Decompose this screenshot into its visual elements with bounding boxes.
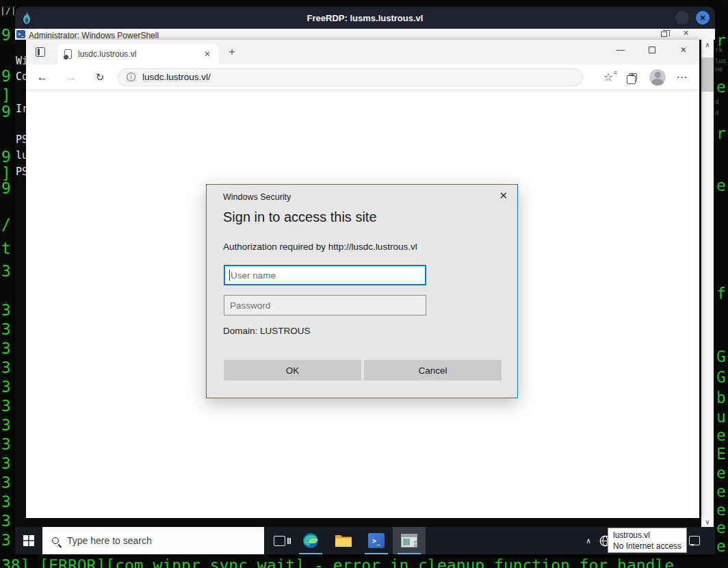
tab-title: lusdc.lustrous.vl — [78, 49, 203, 59]
back-icon[interactable]: ← — [34, 69, 51, 86]
taskbar-search-box[interactable] — [42, 527, 264, 554]
cancel-button[interactable]: Cancel — [364, 360, 502, 380]
network-tooltip: lustrous.vl No Internet access — [608, 528, 687, 553]
edge-icon — [302, 532, 320, 550]
dialog-message: Authorization required by http://lusdc.l… — [223, 242, 417, 252]
powershell-icon: >_ — [16, 30, 25, 38]
taskbar-active-underline — [365, 553, 388, 554]
tooltip-network-name: lustrous.vl — [613, 530, 681, 541]
edge-close-button[interactable]: ✕ — [668, 40, 699, 60]
text-caret — [229, 270, 230, 281]
address-bar[interactable]: i lusdc.lustrous.vl/ — [118, 68, 583, 86]
scroll-down-icon[interactable]: ∨ — [701, 518, 714, 526]
console-scrollbar[interactable]: ∧ ∨ — [701, 40, 714, 527]
windows-logo-icon — [23, 535, 34, 546]
scroll-up-icon[interactable]: ∧ — [701, 41, 714, 49]
tooltip-network-status: No Internet access — [613, 541, 681, 552]
page-error-favicon — [64, 49, 72, 59]
terminal-error-line: 38] [ERROR][com.winpr.sync.wait] - error… — [1, 556, 674, 568]
taskbar-edge-button[interactable] — [294, 527, 327, 554]
edge-maximize-button[interactable] — [636, 40, 668, 60]
username-field-wrap — [224, 265, 426, 285]
tab-actions-menu-icon[interactable] — [33, 44, 48, 60]
windows-security-dialog: Windows Security ✕ Sign in to access thi… — [206, 184, 518, 398]
freerdp-titlebar[interactable]: FreeRDP: lusms.lustrous.vl ✕ — [15, 7, 715, 29]
taskbar-file-explorer-button[interactable] — [327, 527, 360, 554]
file-explorer-icon — [335, 533, 352, 548]
scrollbar-thumb[interactable] — [701, 57, 714, 92]
freerdp-window-title: FreeRDP: lusms.lustrous.vl — [15, 13, 715, 23]
collections-icon[interactable] — [624, 68, 642, 86]
freerdp-minimize-button[interactable] — [675, 11, 689, 25]
url-text: lusdc.lustrous.vl/ — [142, 72, 211, 82]
active-window-icon — [401, 534, 417, 547]
taskbar-active-underline — [299, 553, 322, 554]
more-menu-icon[interactable]: ⋯ — [673, 68, 691, 86]
profile-avatar[interactable] — [649, 68, 666, 86]
page-content: Windows Security ✕ Sign in to access thi… — [26, 90, 699, 518]
taskbar-powershell-button[interactable]: >_ — [360, 527, 393, 554]
ok-button[interactable]: OK — [224, 360, 361, 380]
dialog-app-title: Windows Security — [223, 192, 291, 202]
username-field[interactable] — [224, 265, 426, 285]
search-icon — [52, 537, 59, 544]
notification-icon[interactable] — [686, 527, 703, 554]
tab-close-icon[interactable]: ✕ — [203, 49, 212, 59]
task-view-icon — [274, 536, 285, 546]
freerdp-window: FreeRDP: lusms.lustrous.vl ✕ >_ Administ… — [15, 7, 715, 554]
powershell-taskbar-icon: >_ — [368, 533, 385, 548]
favorites-icon[interactable]: ☆ — [599, 68, 617, 86]
password-field-wrap — [224, 295, 426, 315]
powershell-window-title: Administrator: Windows PowerShell — [29, 31, 159, 40]
dialog-title: Sign in to access this site — [223, 209, 377, 225]
tab-strip: lusdc.lustrous.vl ✕ + — ✕ — [26, 40, 699, 64]
forward-icon: → — [63, 69, 79, 86]
search-input[interactable] — [67, 535, 238, 546]
new-tab-button[interactable]: + — [229, 45, 235, 59]
site-info-icon[interactable]: i — [127, 73, 135, 81]
tray-chevron-icon[interactable]: ∧ — [582, 527, 595, 554]
remote-desktop: >_ Administrator: Windows PowerShell ✕ W… — [15, 29, 715, 554]
browser-tab[interactable]: lusdc.lustrous.vl ✕ — [57, 44, 219, 64]
start-button[interactable] — [15, 527, 42, 554]
browser-toolbar: ← → ↻ i lusdc.lustrous.vl/ ☆ ⋯ — [26, 64, 699, 90]
refresh-icon[interactable]: ↻ — [92, 69, 108, 86]
powershell-titlebar[interactable]: >_ Administrator: Windows PowerShell ✕ — [15, 29, 715, 40]
freerdp-close-button[interactable]: ✕ — [696, 11, 710, 25]
taskbar-active-window-button[interactable] — [393, 527, 426, 554]
password-field[interactable] — [224, 295, 426, 315]
domain-label: Domain: LUSTROUS — [223, 326, 311, 336]
task-view-button[interactable] — [264, 527, 294, 554]
powershell-close-icon[interactable]: ✕ — [683, 29, 689, 38]
taskbar: >_ ∧ lustrous.vl No Internet access — [15, 527, 715, 554]
restore-icon[interactable] — [661, 31, 667, 37]
dialog-close-icon[interactable]: ✕ — [499, 190, 508, 202]
edge-minimize-button[interactable]: — — [605, 40, 636, 60]
terminal-text-fragment: |/| — [0, 5, 16, 16]
console-text-column: WiCoIrPSluPS — [15, 40, 27, 527]
taskbar-active-underline — [398, 553, 421, 554]
edge-browser-window: lusdc.lustrous.vl ✕ + — ✕ ← → ↻ i lusdc.… — [26, 40, 699, 518]
freerdp-logo-icon — [22, 12, 31, 24]
